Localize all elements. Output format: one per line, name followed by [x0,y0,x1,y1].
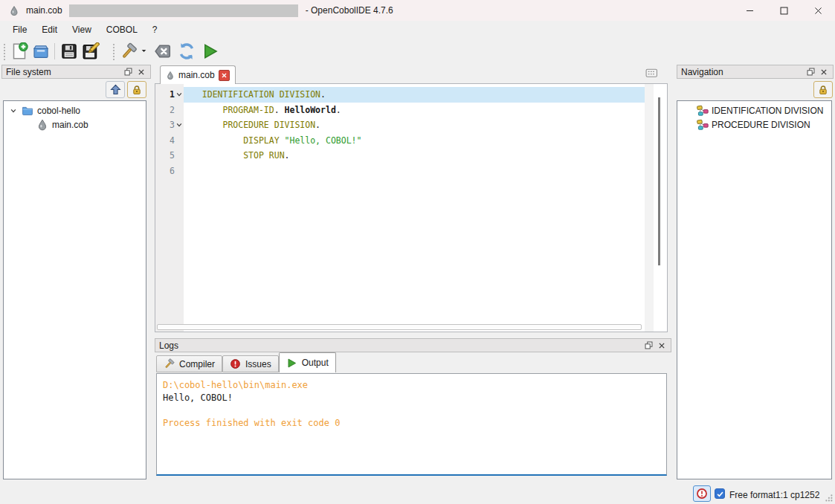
encoding-label: cp1252 [790,490,819,500]
editor-tab-label: main.cob [178,70,215,80]
tab-list-icon [645,67,658,80]
log-tab-compiler[interactable]: Compiler [156,355,222,372]
free-format-checkbox[interactable] [715,488,725,499]
compile-button[interactable] [118,41,138,61]
nav-item-procedure-division[interactable]: PROCEDURE DIVISION [677,117,831,132]
logs-dock-title: Logs [159,340,642,351]
app-icon [9,5,19,16]
file-system-dock-titlebar: File system [1,65,151,79]
run-icon [202,42,219,60]
editor-tab-main-cob[interactable]: main.cob [160,65,236,84]
code-line-5[interactable]: 5 STOP RUN. [155,148,654,164]
code-text: PROGRAM-ID. HelloWorld. [184,103,645,118]
fold-marker-icon[interactable] [175,121,184,129]
open-file-button[interactable] [30,41,51,61]
tree-item-main-cob[interactable]: main.cob [4,117,146,132]
log-tab-label: Issues [245,359,271,369]
up-arrow-icon [109,83,122,96]
code-line-4[interactable]: 4 DISPLAY "Hello, COBOL!" [155,133,654,149]
output-line: Hello, COBOL! [163,392,660,404]
chevron-down-icon [175,91,183,98]
line-number: 1 [155,89,175,100]
check-icon [716,490,724,498]
menu-help[interactable]: ? [145,22,165,37]
recompile-button[interactable] [176,41,196,61]
float-icon [124,68,132,76]
close-icon [221,72,228,79]
tree-item-cobol-hello[interactable]: cobol-hello [4,103,146,117]
new-file-button[interactable] [9,41,29,61]
compile-dropdown-button[interactable] [139,41,148,61]
code-text: STOP RUN. [184,148,645,164]
editor-tabbar: main.cob [155,65,668,84]
navigation-tree: IDENTIFICATION DIVISIONPROCEDURE DIVISIO… [677,100,832,479]
status-errors-button[interactable] [693,485,711,502]
cancel-button[interactable] [152,41,173,61]
toolbar [0,39,835,63]
cobol-file-icon [36,119,48,131]
navigation-dock-title: Navigation [681,67,804,77]
code-lines: 1 IDENTIFICATION DIVISION.2 PROGRAM-ID. … [155,87,654,178]
run-button[interactable] [200,41,220,61]
line-number: 5 [155,150,175,161]
code-editor[interactable]: 1 IDENTIFICATION DIVISION.2 PROGRAM-ID. … [155,83,668,332]
compile-dropdown-arrow-icon [141,48,147,54]
save-as-button[interactable] [80,41,100,61]
maximize-button[interactable] [767,0,801,21]
line-number: 6 [155,166,175,176]
close-window-button[interactable] [801,0,835,21]
chevron-down-icon [10,107,17,114]
menu-cobol[interactable]: COBOL [99,22,145,37]
file-system-close-button[interactable] [135,66,146,77]
cobol-file-icon [166,71,175,80]
error-circle-icon [230,358,241,369]
file-system-float-button[interactable] [123,66,134,77]
logs-dock-titlebar: Logs [155,338,671,352]
code-line-2[interactable]: 2 PROGRAM-ID. HelloWorld. [155,103,654,118]
new-file-icon [10,42,28,60]
output-console[interactable]: D:\cobol-hello\bin\main.exeHello, COBOL!… [156,373,667,476]
tab-list-button[interactable] [644,66,659,80]
save-icon [60,42,78,60]
menu-bar: FileEditViewCOBOL? [0,21,835,39]
save-as-icon [82,42,100,60]
toolbar-drag-handle[interactable] [2,42,6,60]
file-system-up-button[interactable] [106,81,125,98]
code-text: PROCEDURE DIVISION. [184,117,645,133]
tree-expander-icon[interactable] [10,107,17,114]
window-titlebar: main.cob - OpenCobolIDE 4.7.6 [0,0,835,21]
recompile-icon [178,42,196,60]
toolbar-separator [54,43,55,59]
code-line-3[interactable]: 3 PROCEDURE DIVISION. [155,117,654,133]
tab-close-button[interactable] [219,70,230,81]
menu-view[interactable]: View [65,22,99,37]
fold-marker-icon[interactable] [175,91,184,98]
file-system-lock-button[interactable] [127,81,146,98]
navigation-close-button[interactable] [818,66,829,77]
log-tab-issues[interactable]: Issues [222,355,279,372]
log-tab-output[interactable]: Output [279,352,336,372]
code-line-1[interactable]: 1 IDENTIFICATION DIVISION. [155,87,654,103]
logs-float-button[interactable] [643,340,654,351]
logs-close-button[interactable] [656,340,667,351]
vertical-scrollbar[interactable] [658,97,660,265]
minimize-button[interactable] [732,0,767,21]
code-text: IDENTIFICATION DIVISION. [184,87,645,103]
navigation-float-button[interactable] [805,66,816,77]
output-line: Process finished with exit code 0 [163,417,660,430]
nav-item-identification-division[interactable]: IDENTIFICATION DIVISION [677,103,831,117]
cancel-icon [154,42,172,60]
file-system-tree: cobol-hellomain.cob [3,100,146,479]
resize-grip-icon[interactable] [823,492,834,503]
nav-item-label: PROCEDURE DIVISION [712,120,810,130]
menu-file[interactable]: File [5,22,34,37]
code-line-6[interactable]: 6 [155,164,654,179]
float-icon [645,341,653,349]
horizontal-scrollbar[interactable] [157,324,642,330]
navigation-lock-button[interactable] [813,81,833,98]
maximize-icon [779,6,789,16]
save-button[interactable] [59,41,79,61]
menu-edit[interactable]: Edit [34,22,65,37]
toolbar-drag-handle[interactable] [112,42,115,60]
float-icon [807,68,815,76]
